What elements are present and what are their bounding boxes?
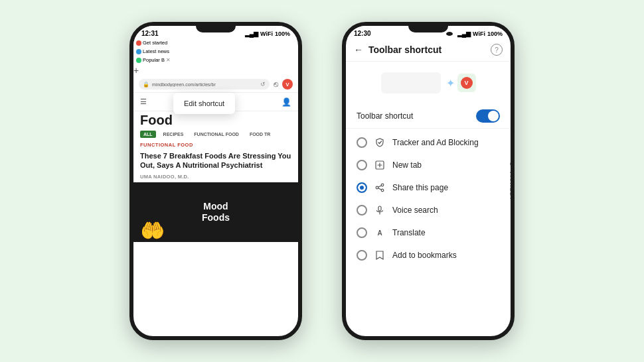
translate-label: Translate (392, 228, 426, 237)
share-toolbar-icon[interactable]: ⎋ (274, 80, 278, 89)
radio-circle-newtab[interactable] (357, 160, 367, 170)
right-phone: 12:30 ▂▄▆ WiFi 100% ← Toolbar shortcut ? (342, 22, 515, 340)
svg-point-3 (381, 184, 384, 186)
radio-options-list: Tracker and Ad Blocking New tab (346, 129, 511, 269)
v-icon: V (461, 77, 473, 89)
wifi-icon-right: WiFi (473, 30, 485, 37)
translate-icon: A (374, 227, 386, 239)
tab-label-2: Latest news (143, 48, 169, 54)
toolbar-header: ← Toolbar shortcut ? (346, 38, 511, 62)
tab-close-3[interactable]: ✕ (166, 57, 171, 63)
radio-circle-tracker[interactable] (357, 137, 367, 148)
help-label: ? (495, 46, 499, 54)
edit-shortcut-label: Edit shortcut (184, 99, 224, 107)
address-field[interactable]: 🔒 mindbodygreen.com/articles/br ↺ (139, 79, 270, 90)
icon-preview-box (381, 72, 441, 93)
back-button[interactable]: ← (354, 44, 363, 55)
svg-point-5 (381, 189, 384, 192)
newtab-icon (374, 159, 386, 171)
nav-pills: ALL RECIPES FUNCTIONAL FOOD FOOD TR (133, 131, 298, 142)
bookmark-icon (374, 249, 386, 261)
icon-preview-row: ✦ V (346, 62, 511, 104)
status-icons-left: ▂▄▆ WiFi 100% (245, 30, 290, 37)
time-left: 12:31 (141, 30, 159, 37)
article-image: 🤲 MoodFoods (133, 182, 298, 242)
address-bar: 🔒 mindbodygreen.com/articles/br ↺ ⎋ V (133, 76, 298, 93)
page-title: Food (133, 111, 298, 131)
tab-1[interactable]: Get started (133, 38, 177, 47)
radio-circle-share[interactable] (357, 182, 367, 193)
status-icons-right: ▂▄▆ WiFi 100% (443, 30, 503, 37)
tab-add-button[interactable]: + (133, 65, 139, 76)
svg-line-6 (378, 186, 382, 187)
toggle-label: Toolbar shortcut (357, 111, 413, 121)
share-icon (374, 182, 386, 194)
tab-favicon-2 (136, 49, 141, 54)
radio-item-voice[interactable]: Voice search (346, 199, 511, 221)
plus-icon: ✦ (446, 77, 455, 90)
article-author: UMA NAIDOO, M.D. (133, 172, 298, 182)
radio-circle-translate[interactable] (357, 227, 367, 238)
vivaldi-icon-preview: V (457, 74, 476, 92)
hand-emoji: 🤲 (140, 219, 165, 242)
nav-pill-all[interactable]: ALL (140, 131, 156, 138)
category-label: FUNCTIONAL FOOD (133, 142, 298, 150)
left-phone: 12:31 ▂▄▆ WiFi 100% Get started Latest n… (129, 22, 302, 340)
front-camera (446, 32, 453, 36)
main-container: 12:31 ▂▄▆ WiFi 100% Get started Latest n… (129, 22, 515, 340)
lock-icon: 🔒 (143, 82, 149, 88)
tab-label-3: Popular B (143, 57, 165, 63)
toolbar-icons: ⎋ V (274, 79, 293, 90)
tab-2[interactable]: Latest news (133, 47, 177, 56)
battery-icon-right: 100% (487, 30, 503, 37)
tab-favicon-3 (136, 58, 141, 63)
status-bar-left: 12:31 ▂▄▆ WiFi 100% (133, 26, 298, 38)
browser-tabs: Get started Latest news Popular B ✕ + (133, 38, 298, 76)
bookmark-label: Add to bookmarks (392, 251, 457, 260)
right-screen-content: 12:30 ▂▄▆ WiFi 100% ← Toolbar shortcut ? (346, 26, 511, 269)
nav-pill-recipes[interactable]: RECIPES (160, 131, 187, 138)
refresh-icon[interactable]: ↺ (260, 81, 266, 88)
toolbar-toggle[interactable] (476, 109, 500, 123)
status-bar-right: 12:30 ▂▄▆ WiFi 100% (346, 26, 511, 38)
icon-preview-group: ✦ V (446, 74, 476, 92)
help-button[interactable]: ? (491, 44, 503, 56)
tracker-icon (374, 137, 386, 149)
nav-pill-food-tr[interactable]: FOOD TR (246, 131, 274, 138)
radio-circle-voice[interactable] (357, 205, 367, 215)
signal-icon-right: ▂▄▆ (457, 30, 471, 37)
vivaldi-v-icon: V (285, 82, 289, 88)
tab-favicon-1 (136, 40, 141, 46)
radio-circle-bookmark[interactable] (357, 250, 367, 261)
user-icon[interactable]: 👤 (282, 97, 291, 107)
url-text: mindbodygreen.com/articles/br (152, 82, 258, 87)
radio-item-bookmark[interactable]: Add to bookmarks (346, 244, 511, 267)
vivaldi-button[interactable]: V (282, 79, 293, 90)
article-title: These 7 Breakfast Foods Are Stressing Yo… (133, 150, 298, 172)
image-text: MoodFoods (202, 201, 230, 223)
voice-label: Voice search (392, 206, 438, 215)
svg-point-4 (376, 186, 378, 189)
tab-label-1: Get started (143, 40, 167, 46)
newtab-label: New tab (392, 160, 422, 170)
battery-icon-left: 100% (275, 30, 290, 37)
radio-item-share[interactable]: Share this page (346, 176, 511, 199)
svg-rect-8 (378, 206, 381, 211)
translate-a-icon: A (377, 229, 382, 237)
radio-item-newtab[interactable]: New tab (346, 154, 511, 176)
vivaldi-watermark: ⊙ VIVALDI (508, 162, 514, 200)
toolbar-screen-title: Toolbar shortcut (368, 44, 485, 55)
radio-item-translate[interactable]: A Translate (346, 221, 511, 244)
toolbar-shortcut-toggle-row: Toolbar shortcut (346, 104, 511, 129)
browser-content: ☰ mbg 👤 Food ALL RECIPES FUNCTIONAL FOOD… (133, 93, 298, 242)
radio-item-tracker[interactable]: Tracker and Ad Blocking (346, 131, 511, 154)
share-label: Share this page (392, 183, 448, 192)
tab-3[interactable]: Popular B ✕ (133, 56, 177, 64)
menu-icon[interactable]: ☰ (140, 97, 147, 106)
nav-pill-functional[interactable]: FUNCTIONAL FOOD (191, 131, 242, 138)
voice-icon (374, 204, 386, 216)
tracker-label: Tracker and Ad Blocking (392, 138, 479, 147)
edit-shortcut-popup[interactable]: Edit shortcut (173, 93, 235, 114)
wifi-icon-left: WiFi (260, 30, 273, 37)
time-right: 12:30 (354, 30, 371, 37)
